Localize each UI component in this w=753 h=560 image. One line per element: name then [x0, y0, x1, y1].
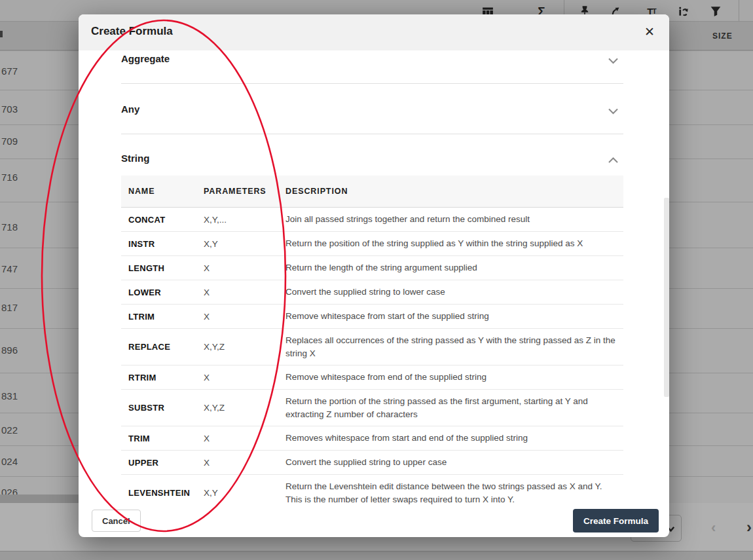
background-cell-value: 022	[1, 424, 18, 436]
background-cell-value: 817	[1, 302, 18, 313]
section-label: String	[121, 153, 149, 164]
section-label: Aggregate	[121, 53, 170, 64]
table-row[interactable]: INSTR X,Y Return the position of the str…	[121, 232, 623, 256]
background-cell-value: 716	[1, 172, 18, 183]
background-footer-bar	[0, 551, 753, 560]
dialog-body: Aggregate Any String NAME PARAMETERS	[121, 50, 623, 504]
function-description: Return the portion of the string passed …	[285, 395, 623, 421]
header-description: DESCRIPTION	[285, 185, 623, 198]
previous-page-button[interactable]: ‹	[711, 519, 716, 536]
function-description: Removes whitespace from start and end of…	[285, 432, 623, 445]
functions-table-header: NAME PARAMETERS DESCRIPTION	[121, 176, 623, 208]
function-description: Return the position of the string suppli…	[285, 237, 623, 250]
chevron-up-icon[interactable]	[608, 155, 619, 167]
table-row[interactable]: LTRIM X Remove whitespace from start of …	[121, 305, 623, 329]
dialog-title: Create Formula	[91, 25, 173, 38]
table-row[interactable]: SUBSTR X,Y,Z Return the portion of the s…	[121, 390, 623, 426]
filter-icon[interactable]	[707, 3, 724, 20]
header-parameters: PARAMETERS	[204, 187, 285, 196]
function-parameters: X	[204, 434, 285, 443]
function-parameters: X	[204, 263, 285, 273]
accordion-section-aggregate[interactable]: Aggregate	[121, 50, 623, 84]
function-name: INSTR	[121, 239, 204, 249]
table-row[interactable]: LOWER X Convert the supplied string to l…	[121, 280, 623, 305]
function-parameters: X,Y,Z	[204, 403, 285, 413]
function-parameters: X	[204, 458, 285, 468]
function-parameters: X	[204, 288, 285, 297]
function-parameters: X,Y,...	[204, 215, 285, 225]
table-row[interactable]: CONCAT X,Y,... Join all passed strings t…	[121, 208, 623, 232]
function-name: RTRIM	[121, 373, 204, 383]
function-description: Join all passed strings together and ret…	[285, 213, 623, 226]
function-name: LENGTH	[121, 263, 204, 273]
background-horizontal-scrollbar[interactable]	[0, 495, 81, 503]
function-parameters: X,Y	[204, 239, 285, 249]
size-column-header: SIZE	[712, 31, 733, 41]
function-name: CONCAT	[121, 215, 204, 225]
background-cell-value: 709	[1, 136, 18, 147]
background-cell-value: 747	[1, 263, 18, 274]
accordion-section-any[interactable]: Any	[121, 84, 623, 134]
background-cell-value: 718	[1, 221, 18, 233]
chevron-down-icon[interactable]	[608, 106, 619, 118]
function-name: UPPER	[121, 458, 204, 468]
section-label: Any	[121, 103, 139, 115]
table-row[interactable]: LENGTH X Return the length of the string…	[121, 256, 623, 280]
function-description: Convert the supplied string to lower cas…	[285, 286, 623, 299]
table-row[interactable]: RTRIM X Remove whitespace from end of th…	[121, 365, 623, 390]
function-name: REPLACE	[121, 342, 204, 352]
function-parameters: X,Y	[204, 488, 285, 498]
function-name: LEVENSHTEIN	[121, 488, 204, 498]
function-description: Convert the supplied string to upper cas…	[285, 456, 623, 469]
function-description: Remove whitespace from end of the suppli…	[285, 371, 623, 384]
table-row[interactable]: LEVENSHTEIN X,Y Return the Levenshtein e…	[121, 475, 623, 504]
table-row[interactable]: REPLACE X,Y,Z Replaces all occurrences o…	[121, 329, 623, 365]
function-description: Replaces all occurrences of the string p…	[285, 334, 623, 360]
table-row[interactable]: TRIM X Removes whitespace from start and…	[121, 426, 623, 451]
function-description: Remove whitespace from start of the supp…	[285, 310, 623, 323]
next-page-button[interactable]: ›	[746, 518, 752, 536]
table-row[interactable]: UPPER X Convert the supplied string to u…	[121, 451, 623, 475]
dialog-header: Create Formula ✕	[79, 14, 669, 50]
function-name: SUBSTR	[121, 403, 204, 413]
background-cell-value: 677	[1, 65, 18, 77]
background-cell-value: 896	[1, 345, 18, 356]
function-name: LTRIM	[121, 312, 204, 322]
function-parameters: X	[204, 312, 285, 322]
background-cell-value: 831	[1, 390, 18, 401]
accordion-section-string[interactable]: String	[121, 134, 623, 176]
header-name: NAME	[121, 187, 204, 196]
function-parameters: X,Y,Z	[204, 342, 285, 352]
function-description: Return the Levenshtein edit distance bet…	[285, 480, 623, 505]
background-cell-value: 024	[1, 456, 18, 467]
app-screen: Σ TT SIZE 677703709716718747817896831022…	[0, 0, 753, 560]
dialog-scrollbar-thumb[interactable]	[664, 198, 669, 397]
function-parameters: X	[204, 373, 285, 383]
create-formula-dialog: Create Formula ✕ Aggregate Any String	[79, 14, 669, 537]
change-type-icon[interactable]	[674, 3, 691, 20]
function-name: LOWER	[121, 288, 204, 297]
create-formula-button[interactable]: Create Formula	[573, 509, 659, 532]
background-cell-value: 703	[1, 103, 18, 115]
cancel-button[interactable]: Cancel	[92, 510, 141, 532]
function-name: TRIM	[121, 434, 204, 443]
function-description: Return the length of the string argument…	[285, 261, 623, 274]
chevron-down-icon[interactable]	[608, 56, 619, 67]
clipped-column-header	[0, 31, 3, 37]
functions-table-body: CONCAT X,Y,... Join all passed strings t…	[121, 208, 623, 504]
close-icon[interactable]: ✕	[644, 24, 655, 41]
